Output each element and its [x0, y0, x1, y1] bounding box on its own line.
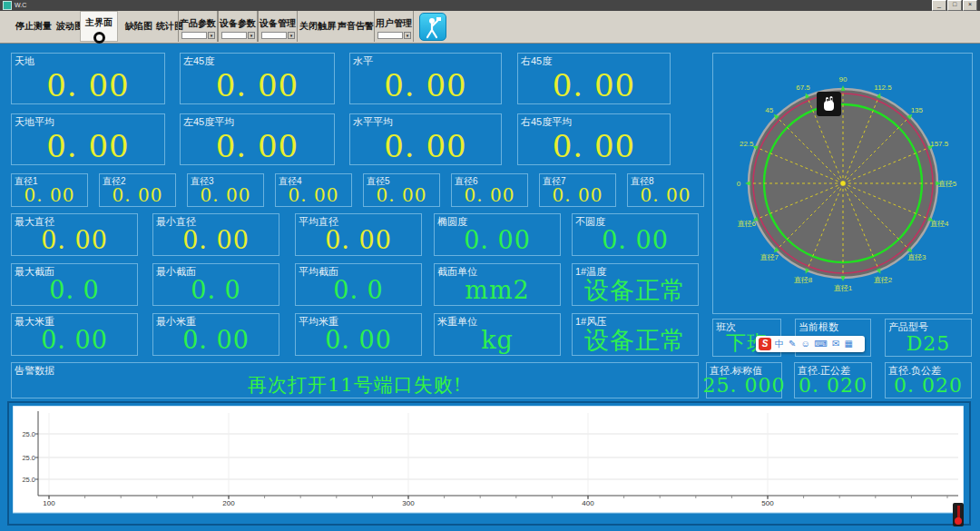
x-tick-label: 100 [43, 499, 55, 507]
measure-box: 最小米重0. 00 [152, 313, 279, 356]
toolbar-button-label: 设备参数 [219, 17, 257, 30]
box-value: 设备正常 [573, 326, 698, 354]
mouse-cursor-overlay [817, 92, 841, 116]
measure-box: 1#温度设备正常 [572, 263, 699, 306]
chevron-down-icon[interactable]: ▾ [208, 32, 215, 39]
box-label: 左45度 [183, 54, 214, 68]
window-title: W.C [15, 2, 26, 9]
box-value: 0. 0 [12, 276, 137, 304]
close-button[interactable]: × [963, 0, 977, 11]
box-value: 0. 00 [100, 184, 175, 205]
measure-box: 最小直径0. 00 [152, 213, 279, 256]
maximize-button[interactable]: □ [947, 0, 962, 11]
hand-cursor-icon [821, 95, 837, 113]
dropdown-field [181, 32, 207, 39]
ime-icon-2[interactable]: ☺ [800, 337, 809, 351]
chevron-down-icon[interactable]: ▾ [404, 32, 411, 39]
measure-box: 直径50. 00 [363, 173, 440, 207]
ime-icon-1[interactable]: ✎ [789, 337, 796, 351]
measure-box: 平均截面0. 0 [295, 263, 422, 306]
box-value: 0. 00 [518, 128, 670, 163]
box-value: 0. 00 [12, 184, 87, 205]
box-value: 设备正常 [573, 276, 698, 304]
box-value: 0. 020 [795, 374, 871, 397]
x-tick-label: 200 [222, 499, 235, 507]
dropdown-field [221, 32, 247, 39]
box-value: 0. 00 [573, 226, 698, 254]
polar-label: 112.5 [874, 84, 892, 92]
polar-gauge-chart: 022.54567.590112.5135157.5直径1直径2直径3直径4直径… [713, 54, 972, 313]
user-manage-dropdown[interactable]: 用户管理▾ [374, 11, 414, 42]
polar-label: 直径3 [907, 253, 926, 261]
box-value: 0. 00 [181, 128, 334, 163]
minimize-button[interactable]: _ [932, 0, 946, 11]
measure-box: 直径70. 00 [539, 173, 616, 207]
chevron-down-icon[interactable]: ▾ [248, 32, 255, 39]
defect-chart-button[interactable]: 缺陷图 [125, 20, 152, 33]
measure-box: 米重单位kg [434, 313, 561, 356]
person-icon [423, 15, 443, 39]
box-value: 0. 00 [350, 67, 501, 103]
measure-box: 平均米重0. 00 [295, 313, 422, 356]
measure-box: 直径80. 00 [627, 173, 704, 207]
trend-chart: 25.025.025.0100200300400500 [13, 406, 964, 515]
measure-box: 平均直径0. 00 [295, 213, 422, 256]
ime-toolbar[interactable]: S 中✎☺⌨✉▦ [756, 336, 865, 352]
chevron-down-icon[interactable]: ▾ [288, 32, 295, 39]
polar-label: 直径2 [874, 276, 893, 284]
polar-label: 22.5 [740, 140, 754, 148]
box-value: mm2 [435, 276, 560, 304]
box-value: D25 [886, 331, 971, 355]
x-tick-label: 300 [402, 499, 415, 507]
box-value: 0. 00 [12, 226, 137, 254]
box-value: 25. 000 [707, 374, 781, 397]
ime-icon-5[interactable]: ▦ [844, 337, 852, 351]
box-value: 0. 00 [153, 226, 279, 254]
alarm-message: 再次打开11号端口失败! [12, 372, 698, 398]
box-label: 天地 [15, 54, 34, 68]
ime-icon-group: 中✎☺⌨✉▦ [775, 337, 853, 351]
device-params-dropdown[interactable]: 设备参数▾ [218, 11, 258, 42]
box-value: 0. 00 [12, 67, 164, 103]
ime-logo-icon[interactable]: S [759, 338, 771, 350]
box-value: 0. 00 [296, 326, 421, 354]
close-touchscreen-button[interactable]: 关闭触屏 [299, 20, 336, 33]
measure-box: 直径20. 00 [99, 173, 176, 207]
box-value: 0. 00 [12, 128, 164, 163]
measure-box: 最小截面0. 0 [152, 263, 279, 306]
polar-label: 45 [765, 106, 773, 114]
y-tick-label: 25.0 [22, 476, 35, 484]
box-value: 0. 0 [153, 276, 279, 304]
app-icon [3, 1, 12, 10]
box-value: 0. 00 [12, 326, 137, 354]
product-params-dropdown[interactable]: 产品参数▾ [178, 11, 218, 42]
polar-label: 0 [737, 180, 741, 188]
app-window: W.C _ □ × 停止测量波动图主界面缺陷图统计图产品参数▾设备参数▾设备管理… [0, 0, 980, 531]
box-label: 右45度 [521, 54, 552, 68]
sound-alarm-button[interactable]: 声音告警 [338, 20, 374, 33]
dropdown-field [261, 32, 287, 39]
ime-icon-0[interactable]: 中 [775, 337, 784, 351]
box-value: 0. 020 [886, 374, 971, 397]
measure-box: 左45度平均0. 00 [180, 113, 335, 165]
person-icon-button[interactable] [419, 13, 446, 41]
measure-box: 水平平均0. 00 [349, 113, 502, 165]
main-screen-button[interactable]: 主界面 [80, 11, 118, 42]
device-manage-dropdown[interactable]: 设备管理▾ [258, 11, 298, 42]
measure-box: 直径30. 00 [187, 173, 264, 207]
box-value: 0. 00 [350, 128, 501, 163]
ime-icon-4[interactable]: ✉ [832, 337, 839, 351]
x-tick-label: 400 [582, 499, 594, 507]
toolbar-button-label: 主界面 [81, 16, 117, 29]
polar-label: 直径4 [930, 220, 949, 228]
box-value: 0. 00 [188, 184, 263, 205]
y-tick-label: 25.0 [22, 430, 35, 438]
ime-icon-3[interactable]: ⌨ [815, 337, 828, 351]
tolerance-box: 直径.正公差0. 020 [794, 362, 872, 398]
scroll-indicator [953, 503, 964, 526]
stop-measure-button[interactable]: 停止测量 [13, 20, 54, 33]
box-value: 0. 00 [452, 184, 527, 205]
box-value: 0. 00 [181, 67, 334, 103]
box-value: 0. 0 [296, 276, 421, 304]
plot-background [13, 406, 964, 513]
